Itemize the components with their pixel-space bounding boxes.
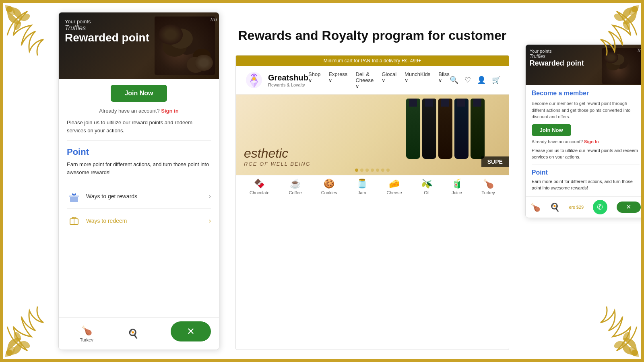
center-area: Rewards and Royalty program for customer… (219, 12, 525, 350)
svg-point-1 (20, 12, 31, 23)
carousel-dot-6[interactable] (381, 169, 384, 172)
mobile-card-body: Join Now Already have an account? Sign i… (59, 79, 219, 239)
please-join-text: Please join us to ultilize our reward po… (67, 119, 211, 134)
rp-sign-in-link[interactable]: Sign In (584, 139, 599, 144)
coffee-icon: ☕ (290, 179, 301, 189)
svg-point-8 (12, 331, 23, 343)
gift-icon (67, 189, 81, 204)
cheese-label: Cheese (387, 190, 402, 195)
become-member-title: Become a member (532, 90, 640, 97)
site-nav: Shop ∨ Express ∨ Deli & Cheese ∨ Glocal … (308, 71, 450, 89)
nav-munchkids[interactable]: MunchKids ∨ (405, 71, 430, 89)
corner-ornament-bl (3, 306, 56, 359)
site-top-bar: Minimum cart for PAN India delivery Rs. … (236, 56, 509, 66)
cookies-icon: 🍪 (324, 179, 334, 189)
search-icon[interactable]: 🔍 (450, 76, 458, 84)
cat-juice[interactable]: 🧃 Juice (452, 179, 462, 195)
ways-to-get-rewards-item[interactable]: Ways to get rewards › (67, 184, 211, 209)
cat-turkey[interactable]: 🍗 Turkey (482, 179, 495, 195)
right-popup-header: Your points Truffles Rewarded point Tru (526, 45, 644, 85)
cat-cookies[interactable]: 🍪 Cookies (321, 179, 337, 195)
product-bottle-2 (422, 99, 436, 159)
turkey-cat-icon: 🍗 (483, 179, 494, 189)
hero-badge: SUPE (481, 156, 509, 167)
rp-truffles: Truffles (530, 53, 642, 59)
svg-point-0 (6, 6, 12, 12)
become-desc: Become our member to get reward point th… (532, 100, 640, 120)
carousel-dot-5[interactable] (376, 169, 379, 172)
right-popup-body: Become a member Become our member to get… (526, 85, 644, 196)
join-now-button[interactable]: Join Now (111, 85, 167, 102)
cat-cheese[interactable]: 🧀 Cheese (387, 179, 402, 195)
already-account-text: Already have an account? Sign in (67, 108, 211, 114)
right-popup: Your points Truffles Rewarded point Tru … (525, 44, 644, 218)
carousel-dot-7[interactable] (386, 169, 390, 172)
chocolate-label: Chocolate (250, 190, 270, 195)
ways-to-redeem-label: Ways to redeem (86, 218, 127, 224)
carousel-dot-3[interactable] (365, 169, 369, 172)
nav-bliss[interactable]: Bliss ∨ (438, 71, 449, 89)
cart-icon[interactable]: 🛒 (492, 76, 501, 84)
rp-please-join: Please join us to ultilize our reward po… (532, 147, 640, 160)
user-icon[interactable]: 👤 (477, 76, 486, 84)
truffles-label: Truffles (65, 25, 213, 32)
oil-icon: 🫒 (421, 179, 432, 189)
carousel-dot-1[interactable] (355, 169, 358, 172)
rp-your-points: Your points (530, 49, 642, 53)
point-title: Point (67, 147, 211, 157)
rp-close-button[interactable]: ✕ (617, 202, 641, 213)
product-bottle-3 (438, 99, 452, 159)
svg-point-5 (621, 20, 632, 31)
cat-chocolate[interactable]: 🍫 Chocolate (250, 179, 270, 195)
carousel-dot-4[interactable] (371, 169, 374, 172)
rp-join-now-button[interactable]: Join Now (532, 124, 571, 136)
corner-ornament-br (588, 306, 641, 359)
heart-icon[interactable]: ♡ (464, 76, 471, 84)
site-icons: 🔍 ♡ 👤 🛒 (450, 76, 501, 84)
juice-label: Juice (452, 190, 462, 195)
svg-point-2 (12, 20, 23, 31)
close-fab-button[interactable]: ✕ (171, 321, 211, 341)
mobile-card-header: Your points Truffles Rewarded point Tru (59, 12, 219, 79)
coffee-label: Coffee (289, 190, 302, 195)
tagline: Rewards & Loyalty (268, 82, 308, 87)
cat-oil[interactable]: 🫒 Oil (421, 179, 432, 195)
hero-subtitle: RCE OF WELL BEING (244, 161, 311, 167)
hero-products (406, 99, 485, 159)
svg-point-11 (621, 331, 632, 343)
cat-jam[interactable]: 🫙 Jam (357, 179, 367, 195)
sign-in-link[interactable]: Sign in (161, 108, 178, 114)
bottom-turkey-item[interactable]: 🍗 Turkey (80, 325, 93, 342)
rp-point-title: Point (532, 169, 640, 176)
bottom-cooking-item[interactable]: 🍳 (128, 329, 138, 339)
svg-rect-12 (69, 195, 79, 197)
dots-row (355, 169, 390, 172)
carousel-dot-2[interactable] (360, 169, 363, 172)
rewarded-point-label: Rewarded point (65, 32, 213, 44)
whatsapp-button[interactable]: ✆ (593, 200, 607, 214)
point-desc: Earn more point for different actions, a… (67, 160, 211, 176)
rp-bottom-row: 🍗 🍳 ers $29 ✆ ✕ (526, 196, 644, 218)
corner-ornament-tl (3, 3, 56, 56)
nav-shop[interactable]: Shop ∨ (308, 71, 320, 89)
category-bar: 🍫 Chocolate ☕ Coffee 🍪 Cookies 🫙 Jam 🧀 (236, 175, 509, 198)
juice-icon: 🧃 (452, 179, 462, 189)
chevron-right-icon: › (209, 193, 211, 200)
cooking-icon: 🍳 (128, 329, 138, 339)
cat-coffee[interactable]: ☕ Coffee (289, 179, 302, 195)
nav-express[interactable]: Express ∨ (328, 71, 347, 89)
site-logo: Greatshub Rewards & Loyalty (244, 70, 308, 90)
tru-label: Tru (209, 16, 217, 23)
rp-orders-text: ers $29 (569, 205, 584, 210)
cheese-icon: 🧀 (389, 179, 400, 189)
product-bottle-4 (454, 99, 469, 159)
nav-glocal[interactable]: Glocal ∨ (382, 71, 396, 89)
product-bottle-5 (471, 99, 485, 159)
ways-to-redeem-item[interactable]: Ways to redeem › (67, 209, 211, 233)
main-content: Your points Truffles Rewarded point Tru … (58, 12, 586, 350)
svg-point-9 (632, 350, 638, 356)
jam-icon: 🫙 (357, 179, 367, 189)
mobile-card: Your points Truffles Rewarded point Tru … (58, 12, 219, 350)
nav-deli[interactable]: Deli & Cheese ∨ (355, 71, 374, 89)
svg-point-3 (632, 6, 638, 12)
